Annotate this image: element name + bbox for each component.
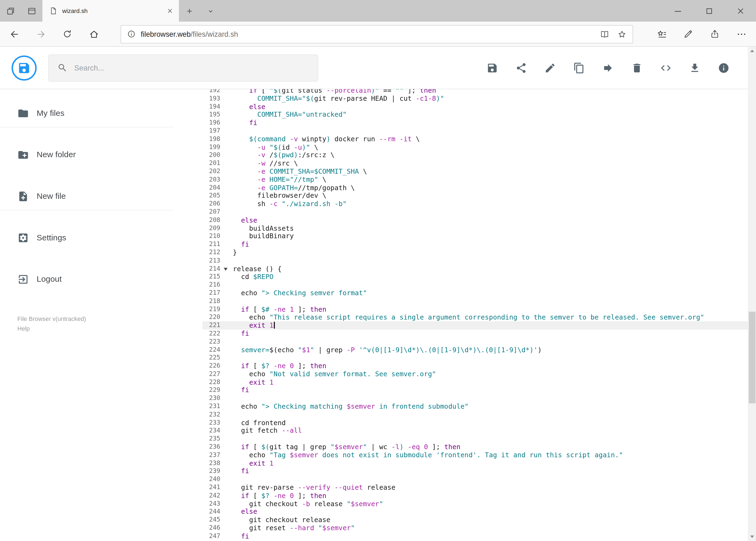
code-line[interactable]: 218	[173, 297, 748, 305]
code-line[interactable]: 208 else	[173, 216, 748, 224]
code-line[interactable]: 247 fi	[173, 532, 748, 540]
code-line[interactable]: 216	[173, 281, 748, 289]
code-editor[interactable]: 192 if [ "$(git status --porcelain)" == …	[173, 89, 756, 541]
code-line[interactable]: 225	[173, 354, 748, 362]
home-button[interactable]	[81, 21, 107, 46]
filebrowser-logo[interactable]	[12, 55, 37, 81]
scroll-down-arrow-icon[interactable]	[750, 536, 754, 538]
hub-button[interactable]	[648, 21, 675, 46]
share-page-button[interactable]	[701, 21, 728, 46]
code-line[interactable]: 201 -w //src \	[173, 159, 748, 168]
code-line[interactable]: 224 semver=$(echo "$1" | grep -P '^v(0|[…	[173, 346, 748, 354]
code-line[interactable]: 200 -v /$(pwd):/src:z \	[173, 151, 748, 159]
code-line[interactable]: 221 exit 1	[173, 321, 748, 329]
page-scrollbar[interactable]	[748, 47, 756, 541]
code-line[interactable]: 195 COMMIT_SHA="untracked"	[173, 111, 748, 119]
code-line[interactable]: 199 -u "$(id -u)" \	[173, 143, 748, 151]
code-line[interactable]: 204 -e GOPATH=//tmp/gopath \	[173, 184, 748, 192]
code-line[interactable]: 234 git fetch --all	[173, 427, 748, 435]
rename-icon[interactable]	[544, 62, 556, 74]
sidebar-item-new-folder[interactable]: New folder	[0, 141, 173, 169]
code-line[interactable]: 194 else	[173, 103, 748, 111]
code-line[interactable]: 228 exit 1	[173, 378, 748, 386]
code-line[interactable]: 238 exit 1	[173, 459, 748, 467]
scrollbar-thumb[interactable]	[748, 312, 755, 403]
code-line[interactable]: 242 if [ $? -ne 0 ]; then	[173, 492, 748, 500]
browser-tab[interactable]: wizard.sh	[42, 0, 179, 22]
sidebar-item-logout[interactable]: Logout	[0, 265, 173, 293]
set-tabs-aside-button[interactable]	[0, 0, 21, 22]
code-line[interactable]: 232	[173, 410, 748, 419]
code-line[interactable]: 243 git checkout -b release "$semver"	[173, 500, 748, 508]
sidebar-item-settings[interactable]: Settings	[0, 224, 173, 252]
tab-preview-toggle[interactable]	[200, 0, 221, 22]
fold-arrow-icon[interactable]	[224, 268, 227, 270]
code-line[interactable]: 196 fi	[173, 119, 748, 127]
reading-view-button[interactable]	[600, 29, 610, 39]
code-line[interactable]: 240	[173, 475, 748, 483]
code-line[interactable]: 222 fi	[173, 329, 748, 337]
sidebar-item-my-files[interactable]: My files	[0, 99, 173, 127]
code-line[interactable]: 198 $(command -v winpty) docker run --rm…	[173, 135, 748, 143]
minimize-button[interactable]	[662, 0, 693, 22]
code-line[interactable]: 237 echo "Tag $semver does not exist in …	[173, 451, 748, 459]
refresh-button[interactable]	[54, 21, 81, 46]
code-line[interactable]: 206 sh -c "./wizard.sh -b"	[173, 200, 748, 208]
forward-button[interactable]	[28, 21, 54, 46]
code-line[interactable]: 241 git rev-parse --verify --quiet relea…	[173, 483, 748, 492]
settings-more-button[interactable]	[728, 21, 754, 46]
tabs-aside-list-button[interactable]	[21, 0, 43, 22]
code-line[interactable]: 210 buildBinary	[173, 232, 748, 241]
code-line[interactable]: 233 cd frontend	[173, 419, 748, 427]
code-line[interactable]: 220 echo "This release script requires a…	[173, 313, 748, 321]
web-note-button[interactable]	[675, 21, 701, 46]
code-line[interactable]: 215 cd $REPO	[173, 273, 748, 281]
move-icon[interactable]	[602, 62, 614, 74]
help-link[interactable]: Help	[17, 324, 86, 333]
code-line[interactable]: 226 if [ $? -ne 0 ]; then	[173, 362, 748, 370]
code-line[interactable]: 227 echo "Not valid semver format. See s…	[173, 370, 748, 378]
share-icon[interactable]	[516, 62, 527, 74]
maximize-button[interactable]	[693, 0, 725, 22]
code-line[interactable]: 197	[173, 127, 748, 135]
code-line[interactable]: 219 if [ $# -ne 1 ]; then	[173, 305, 748, 313]
scroll-up-arrow-icon[interactable]	[750, 50, 754, 52]
code-line[interactable]: 192 if [ "$(git status --porcelain)" == …	[173, 89, 748, 94]
tab-close-icon[interactable]	[167, 8, 173, 14]
page-info-icon[interactable]	[127, 29, 136, 39]
code-line[interactable]: 231 echo "> Checking matching $semver in…	[173, 402, 748, 410]
download-icon[interactable]	[689, 62, 701, 74]
code-line[interactable]: 207	[173, 208, 748, 216]
back-button[interactable]	[1, 21, 28, 46]
save-icon[interactable]	[486, 62, 498, 74]
code-line[interactable]: 202 -e COMMIT_SHA=$COMMIT_SHA \	[173, 168, 748, 176]
info-icon[interactable]	[718, 62, 730, 74]
copy-icon[interactable]	[573, 62, 585, 74]
code-line[interactable]: 205 filebrowser/dev \	[173, 192, 748, 200]
code-line[interactable]: 211 fi	[173, 241, 748, 249]
delete-icon[interactable]	[631, 62, 642, 74]
code-line[interactable]: 203 -e HOME="//tmp" \	[173, 176, 748, 184]
code-line[interactable]: 246 git reset --hard "$semver"	[173, 524, 748, 532]
add-favorite-button[interactable]	[617, 29, 627, 39]
code-line[interactable]: 193 COMMIT_SHA="$(git rev-parse HEAD | c…	[173, 95, 748, 103]
sidebar-item-new-file[interactable]: New file	[0, 182, 173, 210]
code-line[interactable]: 245 git checkout release	[173, 516, 748, 524]
address-bar[interactable]: filebrowser.web /files/wizard.sh	[121, 25, 633, 43]
code-line[interactable]: 213	[173, 257, 748, 265]
code-line[interactable]: 244 else	[173, 508, 748, 516]
new-tab-button[interactable]	[179, 0, 200, 22]
search-input[interactable]	[74, 64, 309, 72]
code-line[interactable]: 239 fi	[173, 467, 748, 475]
code-line[interactable]: 229 fi	[173, 386, 748, 394]
code-line[interactable]: 209 buildAssets	[173, 224, 748, 232]
code-line[interactable]: 223	[173, 337, 748, 346]
code-line[interactable]: 236 if [ $(git tag | grep "$semver" | wc…	[173, 443, 748, 451]
code-line[interactable]: 214release () {	[173, 265, 748, 273]
code-line[interactable]: 230	[173, 394, 748, 402]
code-line[interactable]: 212}	[173, 249, 748, 257]
code-line[interactable]: 235	[173, 435, 748, 443]
search-box[interactable]	[48, 54, 318, 81]
code-line[interactable]: 217 echo "> Checking semver format"	[173, 289, 748, 297]
raw-view-icon[interactable]	[660, 62, 672, 74]
